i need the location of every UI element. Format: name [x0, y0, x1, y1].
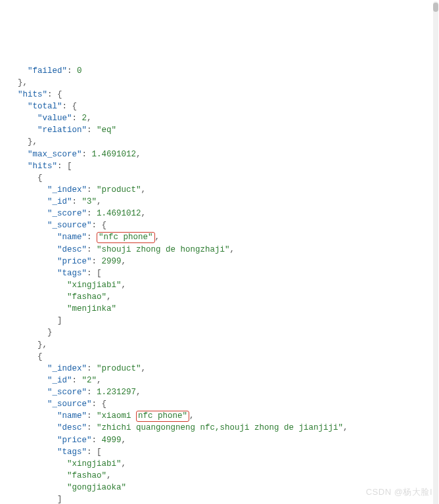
val-name-1-hl: nfc phone"	[138, 411, 187, 421]
key-source-0: "_source"	[47, 221, 92, 230]
val-desc-0: "shouji zhong de hongzhaji"	[97, 245, 230, 254]
key-id-1: "_id"	[47, 376, 72, 385]
json-code-block: "failed": 0 }, "hits": { "total": { "val…	[8, 53, 434, 505]
val-index-0: "product"	[97, 185, 141, 195]
tag-1-2: "gongjiaoka"	[67, 483, 126, 492]
val-id-1: "2"	[82, 376, 97, 385]
key-name-0: "name"	[57, 233, 87, 242]
key-total: "total"	[28, 102, 62, 111]
val-price-0: 2999	[102, 257, 122, 266]
key-price-0: "price"	[57, 257, 92, 266]
scrollbar-track[interactable]	[433, 1, 438, 504]
val-id-0: "3"	[82, 197, 97, 206]
key-relation: "relation"	[37, 126, 87, 135]
key-hits-inner: "hits"	[28, 162, 57, 171]
key-failed: "failed"	[28, 66, 67, 76]
key-hits: "hits"	[18, 90, 47, 99]
key-maxscore: "max_score"	[28, 150, 82, 159]
key-desc-1: "desc"	[57, 423, 87, 432]
key-desc-0: "desc"	[57, 245, 87, 254]
key-source-1: "_source"	[47, 400, 92, 409]
scrollbar-thumb[interactable]	[433, 3, 438, 12]
key-tags-1: "tags"	[57, 447, 87, 457]
val-index-1: "product"	[97, 364, 141, 373]
key-id-0: "_id"	[47, 197, 72, 206]
key-price-1: "price"	[57, 436, 92, 445]
key-index-1: "_index"	[47, 364, 87, 373]
tag-0-0: "xingjiabi"	[67, 281, 122, 290]
key-index-0: "_index"	[47, 185, 87, 195]
val-score-1: 1.231297	[97, 388, 136, 397]
val-value: 2	[82, 114, 87, 123]
val-maxscore: 1.4691012	[92, 150, 137, 159]
val-name-0: "nfc phone"	[99, 233, 153, 242]
val-desc-1: "zhichi quangongneng nfc,shouji zhong de…	[97, 423, 343, 432]
watermark: CSDN @杨大脸I	[366, 486, 432, 499]
key-tags-0: "tags"	[57, 269, 87, 278]
val-name-1-pre: "xiaomi	[97, 411, 136, 421]
key-name-1: "name"	[57, 411, 87, 421]
highlight-box-1: nfc phone"	[136, 411, 189, 422]
tag-1-1: "fashao"	[67, 471, 106, 480]
key-value: "value"	[37, 114, 72, 123]
val-price-1: 4999	[102, 436, 122, 445]
tag-0-1: "fashao"	[67, 292, 106, 302]
key-score-1: "_score"	[47, 388, 87, 397]
tag-1-0: "xingjiabi"	[67, 459, 122, 469]
val-failed: 0	[77, 66, 82, 76]
val-relation: "eq"	[97, 126, 116, 135]
key-score-0: "_score"	[47, 209, 87, 218]
highlight-box-0: "nfc phone"	[97, 232, 155, 243]
tag-0-2: "menjinka"	[67, 304, 116, 313]
val-score-0: 1.4691012	[97, 209, 141, 218]
